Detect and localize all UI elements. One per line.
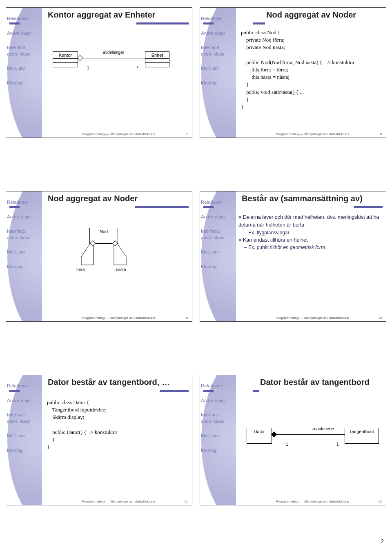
- bullet-item: Kan endast tillhöra en helhet: [238, 236, 383, 244]
- bullet-sub-item: Ex. flygplansvingar: [244, 229, 383, 236]
- sidebar-item-multarv: Mult. arv: [6, 431, 42, 441]
- slide-sidebar: Relationer Andra diagr Interface, abstr.…: [200, 8, 236, 138]
- slide-8: Relationer Andra diagr Interface, abstr.…: [200, 7, 386, 138]
- uml-self-assoc-svg: [45, 211, 167, 280]
- title-underline: [239, 22, 383, 25]
- sidebar-item-interface: Interface, abstr. klass: [6, 42, 42, 59]
- slide-main: public class Nod { private Nod förra; pr…: [238, 27, 383, 129]
- sidebar-item-interface: Interface, abstr. klass: [200, 226, 236, 243]
- sidebar-item-andra: Andra diagr: [6, 28, 42, 39]
- uml-class-tangentbord: Tangentbord: [345, 428, 379, 444]
- slide-content: Dator består av tangentbord Dator Tangen…: [236, 375, 386, 505]
- slide-title: Nod aggregat av Noder: [46, 194, 139, 203]
- sidebar-item-interface: Interface, abstr. klass: [200, 410, 236, 427]
- uml-assoc-label: -inputdevice: [312, 427, 334, 431]
- sidebar-item-interface: Interface, abstr. klass: [6, 410, 42, 427]
- slide-number: 12: [378, 500, 382, 503]
- code-block: public class Dator { Tangentbord inputde…: [47, 399, 117, 451]
- slide-footer: Programmering — tillämpningar och datast…: [82, 316, 188, 320]
- slide-sidebar: Relationer Andra diagr Interface, abstr.…: [200, 191, 236, 321]
- slide-7: Relationer Andra diagr Interface, abstr.…: [6, 7, 192, 138]
- uml-role-nasta: nästa: [116, 267, 126, 272]
- slide-sidebar: Relationer Andra diagr Interface, abstr.…: [6, 191, 42, 321]
- sidebar-item-multarv: Mult. arv: [200, 431, 236, 441]
- sidebar-item-multarv: Mult. arv: [6, 247, 42, 258]
- slide-sidebar: Relationer Andra diagr Interface, abstr.…: [200, 375, 236, 505]
- footer-text: Programmering — tillämpningar och datast…: [82, 316, 156, 320]
- uml-mult-left: 1: [87, 66, 89, 70]
- sidebar-item-kloning: Kloning: [6, 78, 42, 89]
- sidebar-item-kloning: Kloning: [200, 78, 236, 89]
- sidebar-item-multarv: Mult. arv: [200, 247, 236, 258]
- bullet-item: Delarna lever och dör med helheten, dvs.…: [238, 213, 383, 229]
- slide-number: 10: [378, 316, 382, 320]
- footer-text: Programmering — tillämpningar och datast…: [82, 500, 156, 503]
- aggregation-diamond-icon: [77, 55, 83, 61]
- slide-11: Relationer Andra diagr Interface, abstr.…: [6, 375, 192, 505]
- bullet-sub-text: Ex. punkt tillhör: [248, 245, 283, 250]
- slide-title: Dator består av tangentbord, …: [46, 378, 172, 387]
- slide-title: Består av (sammansättning av): [240, 194, 364, 203]
- bullet-sub-italic: en geometrisk form: [283, 245, 325, 250]
- slide-sidebar: Relationer Andra diagr Interface, abstr.…: [6, 375, 42, 505]
- slide-number: 7: [186, 132, 188, 136]
- title-underline: [45, 22, 189, 25]
- slide-number: 11: [184, 500, 188, 503]
- slide-content: Kontor aggregat av Enheter Kontor Enhet: [42, 8, 192, 138]
- uml-class-name: Enhet: [145, 52, 169, 59]
- slide-footer: Programmering — tillämpningar och datast…: [276, 132, 382, 136]
- uml-class-enhet: Enhet: [145, 51, 169, 67]
- bullet-sub-item: Ex. punkt tillhör en geometrisk form: [244, 244, 383, 251]
- title-underline: [239, 390, 383, 392]
- slide-sidebar: Relationer Andra diagr Interface, abstr.…: [6, 8, 42, 138]
- uml-mult-left: 1: [286, 442, 288, 447]
- sidebar-item-kloning: Kloning: [200, 445, 236, 456]
- uml-mult-right: 1: [336, 442, 339, 447]
- footer-text: Programmering — tillämpningar och datast…: [82, 132, 156, 136]
- slide-content: Nod aggregat av Noder public class Nod {…: [236, 8, 386, 138]
- uml-class-dator: Dator: [247, 428, 272, 444]
- code-block: public class Nod { private Nod förra; pr…: [241, 29, 354, 111]
- footer-text: Programmering — tillämpningar och datast…: [276, 500, 350, 503]
- sidebar-item-kloning: Kloning: [200, 262, 236, 272]
- sidebar-item-multarv: Mult. arv: [6, 63, 42, 74]
- slide-main: Nod förra nästa: [45, 211, 189, 312]
- slide-title: Kontor aggregat av Enheter: [46, 10, 157, 20]
- footer-text: Programmering — tillämpningar och datast…: [276, 316, 350, 320]
- slide-title: Nod aggregat av Noder: [265, 10, 358, 20]
- slide-number: 9: [186, 316, 188, 320]
- uml-association-line: [272, 434, 345, 435]
- title-underline: [45, 206, 189, 209]
- footer-text: Programmering — tillämpningar och datast…: [276, 132, 350, 136]
- sidebar-item-andra: Andra diagr: [6, 396, 42, 406]
- title-underline: [239, 206, 383, 209]
- uml-class-name: Tangentbord: [345, 428, 379, 435]
- slide-grid: Relationer Andra diagr Interface, abstr.…: [6, 7, 386, 505]
- sidebar-item-andra: Andra diagr: [200, 212, 236, 222]
- uml-assoc-label: -avdelningar: [102, 50, 124, 55]
- slide-footer: Programmering — tillämpningar och datast…: [276, 500, 382, 503]
- sidebar-item-interface: Interface, abstr. klass: [200, 42, 236, 59]
- page: Relationer Andra diagr Interface, abstr.…: [0, 0, 392, 547]
- slide-12: Relationer Andra diagr Interface, abstr.…: [200, 375, 386, 505]
- slide-footer: Programmering — tillämpningar och datast…: [82, 500, 188, 503]
- uml-class-name: Dator: [247, 428, 272, 435]
- uml-mult-right: *: [137, 66, 138, 70]
- slide-main: Dator Tangentbord -inputdevi: [238, 395, 383, 496]
- uml-role-forra: förra: [76, 267, 85, 272]
- slide-footer: Programmering — tillämpningar och datast…: [82, 132, 188, 136]
- slide-footer: Programmering — tillämpningar och datast…: [276, 316, 382, 320]
- slide-main: public class Dator { Tangentbord inputde…: [45, 395, 189, 496]
- composition-diamond-icon: [271, 431, 277, 437]
- sidebar-item-kloning: Kloning: [6, 445, 42, 456]
- page-number: 2: [381, 538, 384, 545]
- slide-content: Består av (sammansättning av) Delarna le…: [236, 191, 386, 321]
- uml-association-line: [78, 58, 145, 58]
- sidebar-item-andra: Andra diagr: [6, 212, 42, 222]
- slide-content: Dator består av tangentbord, … public cl…: [42, 375, 192, 505]
- slide-content: Nod aggregat av Noder Nod: [42, 191, 192, 321]
- sidebar-item-kloning: Kloning: [6, 262, 42, 272]
- uml-class-name: Kontor: [53, 52, 78, 59]
- slide-main: Delarna lever och dör med helheten, dvs.…: [238, 213, 383, 312]
- slide-title: Dator består av tangentbord: [258, 378, 371, 387]
